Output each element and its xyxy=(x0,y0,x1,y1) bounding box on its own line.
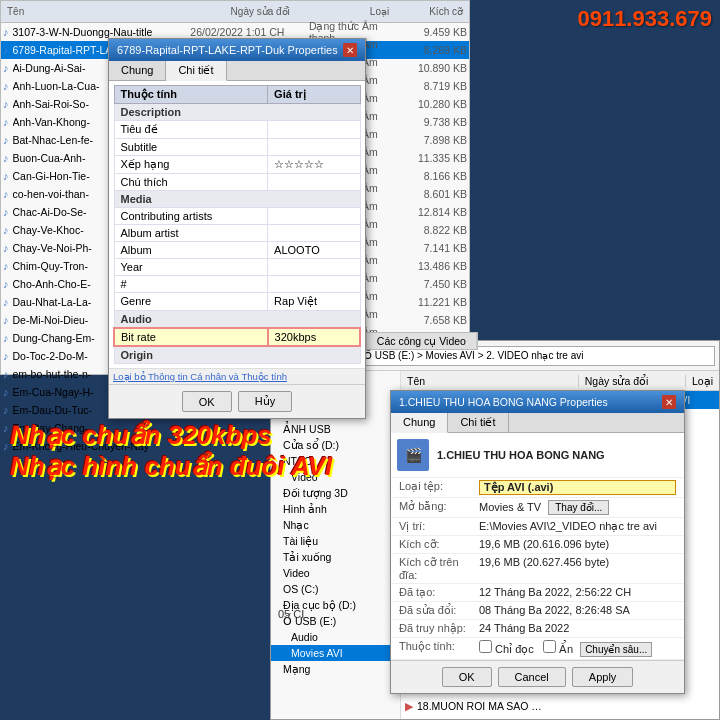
file-name: 3107-3-W-N-Duongg-Nau-title xyxy=(13,26,191,38)
right-file-header-row: 🎬 1.CHIEU THU HOA BONG NANG xyxy=(391,433,684,478)
mo-bang-value: Movies & TV xyxy=(479,501,541,513)
col-name-header: Tên xyxy=(401,375,579,387)
right-file-row[interactable]: ▶ 19.XE ANH DEN DAU EM xyxy=(401,715,719,719)
right-ok-button[interactable]: OK xyxy=(442,667,492,687)
right-tab-chung[interactable]: Chung xyxy=(391,413,448,433)
sidebar-item[interactable]: Đối tượng 3D xyxy=(271,485,400,501)
file-size: 7.898 KB xyxy=(408,134,467,146)
video-file-icon: ▶ xyxy=(405,718,413,720)
music-icon: ♪ xyxy=(3,278,9,290)
sidebar-item[interactable]: OS (C:) xyxy=(271,581,400,597)
thay-doi-button[interactable]: Thay đổi... xyxy=(548,500,609,515)
right-dialog-titlebar: 1.CHIEU THU HOA BONG NANG Properties ✕ xyxy=(391,391,684,413)
section-label: Audio xyxy=(114,311,360,329)
overlay-line2: Nhạc hình chuẩn đuôi AVI xyxy=(10,451,332,482)
file-size: 13.486 KB xyxy=(408,260,467,272)
prop-thuoc-tinh: Thuộc tính: Chỉ đọc Ẩn Chuyển sâu... xyxy=(391,638,684,660)
chi-doc-checkbox[interactable] xyxy=(479,640,492,653)
music-icon: ♪ xyxy=(3,62,9,74)
video-file-icon: ▶ xyxy=(405,700,413,713)
right-props-content: Loại tệp: Tệp AVI (.avi) Mở bằng: Movies… xyxy=(391,478,684,660)
prop-label: Subtitle xyxy=(114,139,268,156)
music-icon: ♪ xyxy=(3,134,9,146)
sidebar-item[interactable]: Audio xyxy=(271,629,400,645)
file-date: 26/02/2022 1:01 CH xyxy=(190,26,309,38)
left-tab-chung[interactable]: Chung xyxy=(109,61,166,80)
music-icon: ♪ xyxy=(3,188,9,200)
music-icon: ♪ xyxy=(3,332,9,344)
properties-table: Thuộc tính Giá trị DescriptionTiêu đềSub… xyxy=(113,85,361,364)
left-explorer-path: Tên xyxy=(7,6,24,17)
left-col-size: Kích cỡ xyxy=(429,6,463,17)
left-cancel-button[interactable]: Hủy xyxy=(238,391,292,412)
prop-val: ☆☆☆☆☆ xyxy=(268,156,360,174)
file-size: 7.141 KB xyxy=(408,242,467,254)
left-dialog-titlebar: 6789-Rapital-RPT-LAKE-RPT-Duk Properties… xyxy=(109,39,365,61)
file-size: 8.601 KB xyxy=(408,188,467,200)
right-apply-button[interactable]: Apply xyxy=(572,667,634,687)
file-size: 9.459 KB xyxy=(408,26,467,38)
left-dialog-content: Thuộc tính Giá trị DescriptionTiêu đềSub… xyxy=(109,81,365,368)
chuyen-sau-button[interactable]: Chuyển sâu... xyxy=(580,642,652,657)
file-size: 8.719 KB xyxy=(408,80,467,92)
phone-number: 0911.933.679 xyxy=(577,6,712,32)
prop-kich-co: Kích cỡ: 19,6 MB (20.616.096 byte) xyxy=(391,536,684,554)
right-file-icon: 🎬 xyxy=(397,439,429,471)
right-dialog-close[interactable]: ✕ xyxy=(662,395,676,409)
prop-label: Album artist xyxy=(114,225,268,242)
right-tab-chitiet[interactable]: Chi tiết xyxy=(448,413,508,432)
sidebar-item[interactable]: Hình ảnh xyxy=(271,501,400,517)
left-dialog-tabs: Chung Chi tiết xyxy=(109,61,365,81)
section-label: Origin xyxy=(114,346,360,364)
section-label: Media xyxy=(114,191,360,208)
col-date-header: Ngày sửa đổi xyxy=(579,375,686,387)
prop-val xyxy=(268,174,360,191)
right-cancel-button[interactable]: Cancel xyxy=(498,667,566,687)
prop-da-tao: Đã tạo: 12 Tháng Ba 2022, 2:56:22 CH xyxy=(391,584,684,602)
prop-label: Album xyxy=(114,242,268,259)
music-icon: ♪ xyxy=(3,224,9,236)
remove-personal-info[interactable]: Loại bỏ Thông tin Cá nhân và Thuộc tính xyxy=(109,368,365,384)
file-size: 12.814 KB xyxy=(408,206,467,218)
prop-label: # xyxy=(114,276,268,293)
sidebar-item[interactable]: Video xyxy=(271,565,400,581)
music-icon: ♪ xyxy=(3,206,9,218)
prop-mo-bang: Mở bằng: Movies & TV Thay đổi... xyxy=(391,498,684,518)
sidebar-item[interactable]: Nhạc xyxy=(271,517,400,533)
sidebar-item[interactable]: Tài liệu xyxy=(271,533,400,549)
right-dialog-title: 1.CHIEU THU HOA BONG NANG Properties xyxy=(399,396,608,408)
file-size: 7.658 KB xyxy=(408,314,467,326)
left-dialog-close[interactable]: ✕ xyxy=(343,43,357,57)
prop-label: Genre xyxy=(114,293,268,311)
right-file-name: 19.XE ANH DEN DAU EM xyxy=(417,718,545,719)
right-file-row[interactable]: ▶ 18.MUON ROI MA SAO CO xyxy=(401,697,719,715)
prop-label: Year xyxy=(114,259,268,276)
tab-cong-cu[interactable]: Các công cụ Video xyxy=(367,333,477,349)
overlay-line1: Nhạc chuẩn 320kbps xyxy=(10,420,332,451)
sidebar-item[interactable]: Movies AVI xyxy=(271,645,400,661)
left-dialog-title: 6789-Rapital-RPT-LAKE-RPT-Duk Properties xyxy=(117,44,338,56)
music-icon: ♪ xyxy=(3,404,9,416)
prop-val: ALOOTO xyxy=(268,242,360,259)
file-size: 8.269 KB xyxy=(408,44,467,56)
an-checkbox[interactable] xyxy=(543,640,556,653)
prop-label: Tiêu đề xyxy=(114,121,268,139)
music-icon: ♪ xyxy=(3,260,9,272)
prop-loai-tep: Loại tệp: Tệp AVI (.avi) xyxy=(391,478,684,498)
prop-val: Rap Việt xyxy=(268,293,360,311)
file-size: 8.822 KB xyxy=(408,224,467,236)
left-ok-button[interactable]: OK xyxy=(182,391,232,412)
music-icon: ♪ xyxy=(3,440,9,452)
music-icon: ♪ xyxy=(3,80,9,92)
prop-val: 320kbps xyxy=(268,328,360,346)
sidebar-item[interactable]: Mạng xyxy=(271,661,400,677)
music-icon: ♪ xyxy=(3,350,9,362)
left-tab-chitiet[interactable]: Chi tiết xyxy=(166,61,226,81)
col-property: Thuộc tính xyxy=(114,86,268,104)
file-size: 11.335 KB xyxy=(408,152,467,164)
sidebar-item[interactable]: Tải xuống xyxy=(271,549,400,565)
right-path-text: Ổ USB (E:) > Movies AVI > 2. VIDEO nhạc … xyxy=(364,350,583,361)
right-dialog-tabs: Chung Chi tiết xyxy=(391,413,684,433)
music-icon: ♪ xyxy=(3,422,9,434)
right-dialog-buttons: OK Cancel Apply xyxy=(391,660,684,693)
